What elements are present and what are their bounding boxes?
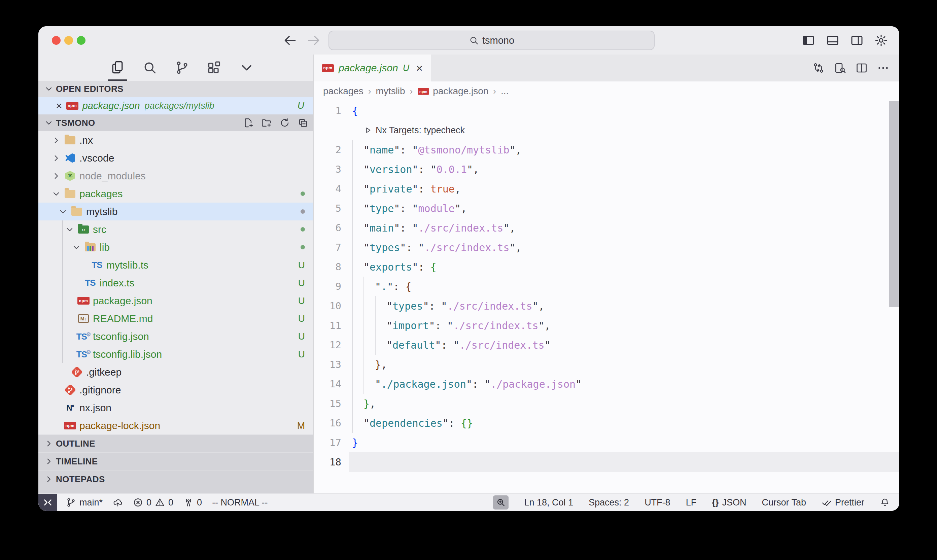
- open-editor-item[interactable]: × npm package.json packages/mytslib U: [38, 97, 313, 114]
- status-vim-mode[interactable]: -- NORMAL --: [212, 494, 268, 511]
- status-text: 0: [168, 497, 173, 508]
- tree-item-node_modules[interactable]: JSnode_modules: [38, 167, 313, 185]
- status-language-mode[interactable]: {}JSON: [712, 494, 746, 511]
- code-line-10[interactable]: 10"types": "./src/index.ts",: [314, 296, 899, 316]
- breadcrumb-item-package-json[interactable]: npmpackage.json: [417, 86, 488, 97]
- minimize-window-button[interactable]: [64, 36, 73, 45]
- status-encoding[interactable]: UTF-8: [645, 494, 671, 511]
- line-number: 13: [314, 359, 349, 370]
- code-line-15[interactable]: 15},: [314, 394, 899, 413]
- tab-package-json[interactable]: npm package.json U ×: [314, 54, 431, 82]
- code-line-6[interactable]: 6"main": "./src/index.ts",: [314, 218, 899, 238]
- status-zoom-indicator[interactable]: [493, 495, 509, 509]
- code-editor[interactable]: 1{Nx Targets: typecheck2"name": "@tsmono…: [314, 101, 899, 493]
- tree-item-tsconfig.lib.json[interactable]: TS⚙tsconfig.lib.jsonU: [38, 345, 313, 363]
- breadcrumb-item-packages[interactable]: packages: [323, 86, 363, 97]
- tree-item-mytslib[interactable]: mytslib: [38, 203, 313, 220]
- activity-item-search[interactable]: [140, 54, 160, 81]
- activity-item-extensions[interactable]: [205, 54, 224, 81]
- toggle-panel-icon[interactable]: [826, 34, 839, 47]
- code-line-1[interactable]: 1{: [314, 101, 899, 120]
- toggle-primary-sidebar-icon[interactable]: [802, 34, 815, 47]
- tree-item-index.ts[interactable]: TSindex.tsU: [38, 274, 313, 292]
- code-line-9[interactable]: 9".": {: [314, 277, 899, 296]
- codelens[interactable]: Nx Targets: typecheck: [349, 120, 899, 140]
- tree-item-lib[interactable]: lib: [38, 238, 313, 256]
- code-line-17[interactable]: 17}: [314, 433, 899, 452]
- split-editor-icon[interactable]: [855, 62, 868, 74]
- tree-item-nx.json[interactable]: N˟nx.json: [38, 399, 313, 417]
- code-line-12[interactable]: 12"default": "./src/index.ts": [314, 335, 899, 355]
- code-line-8[interactable]: 8"exports": {: [314, 257, 899, 277]
- breadcrumb-item--[interactable]: ...: [501, 86, 509, 97]
- code-line-4[interactable]: 4"private": true,: [314, 179, 899, 198]
- line-content: },: [349, 355, 899, 374]
- code-line-3[interactable]: 3"version": "0.0.1",: [314, 160, 899, 179]
- open-changes-icon[interactable]: [812, 62, 825, 74]
- tree-item-.vscode[interactable]: .vscode: [38, 149, 313, 167]
- code-line-7[interactable]: 7"types": "./src/index.ts",: [314, 238, 899, 257]
- toggle-secondary-sidebar-icon[interactable]: [850, 34, 864, 47]
- activity-item-explorer[interactable]: [108, 54, 127, 81]
- status-indentation[interactable]: Spaces: 2: [589, 494, 629, 511]
- code-line-5[interactable]: 5"type": "module",: [314, 198, 899, 218]
- command-center-search[interactable]: tsmono: [328, 31, 655, 50]
- activity-item-source-control[interactable]: [172, 54, 192, 81]
- status-git-branch[interactable]: main*: [66, 494, 103, 511]
- code-line-13[interactable]: 13},: [314, 355, 899, 374]
- status-eol[interactable]: LF: [686, 494, 697, 511]
- tree-item-tsconfig.json[interactable]: TS⚙tsconfig.jsonU: [38, 328, 313, 345]
- status-notifications[interactable]: [880, 494, 890, 511]
- tab-label: package.json: [338, 62, 398, 74]
- token: .: [381, 281, 387, 292]
- tree-item-.gitignore[interactable]: .gitignore: [38, 381, 313, 399]
- collapse-all-icon[interactable]: [297, 117, 308, 128]
- tree-item-mytslib.ts[interactable]: TSmytslib.tsU: [38, 256, 313, 274]
- maximize-window-button[interactable]: [77, 36, 86, 45]
- codelens-label: Nx Targets: typecheck: [375, 125, 465, 135]
- tree-item-label: README.md: [93, 313, 153, 325]
- refresh-icon[interactable]: [279, 117, 290, 128]
- code-line-18[interactable]: 18: [314, 452, 899, 472]
- scrollbar-thumb[interactable]: [889, 101, 899, 307]
- status-problems[interactable]: 00: [133, 494, 173, 511]
- sidebar-section-notepads[interactable]: NOTEPADS: [38, 470, 313, 488]
- new-file-icon[interactable]: [243, 117, 254, 128]
- open-editors-header[interactable]: OPEN EDITORS: [38, 81, 313, 97]
- tree-item-.gitkeep[interactable]: .gitkeep: [38, 363, 313, 381]
- breadcrumb-item-mytslib[interactable]: mytslib: [376, 86, 405, 97]
- code-line-2[interactable]: 2"name": "@tsmono/mytslib",: [314, 140, 899, 160]
- open-preview-icon[interactable]: [834, 62, 846, 74]
- close-window-button[interactable]: [52, 36, 61, 45]
- status-cursor-tab[interactable]: Cursor Tab: [762, 494, 806, 511]
- code-line-14[interactable]: 14"./package.json": "./package.json": [314, 374, 899, 394]
- activity-item-more-views[interactable]: [237, 54, 257, 81]
- back-button[interactable]: [283, 33, 297, 48]
- sidebar-section-timeline[interactable]: TIMELINE: [38, 452, 313, 470]
- tree-item-package.json[interactable]: npmpackage.jsonU: [38, 292, 313, 309]
- code-line-11[interactable]: 11"import": "./src/index.ts",: [314, 316, 899, 335]
- more-actions-icon[interactable]: [877, 62, 889, 74]
- status-formatter[interactable]: Prettier: [822, 494, 864, 511]
- folder-icon: [64, 135, 76, 146]
- tree-item-README.md[interactable]: M↓README.mdU: [38, 309, 313, 328]
- status-remote-indicator[interactable]: [38, 494, 57, 511]
- git-status-badge: U: [298, 331, 305, 342]
- close-editor-icon[interactable]: ×: [56, 100, 62, 111]
- tree-item-src[interactable]: ‹›src: [38, 220, 313, 238]
- forward-button[interactable]: [306, 33, 321, 48]
- explorer-section-header[interactable]: TSMONO: [38, 114, 313, 131]
- status-ports[interactable]: 0: [183, 494, 202, 511]
- status-publish-sync[interactable]: [113, 494, 123, 511]
- code-line-16[interactable]: 16"dependencies": {}: [314, 413, 899, 433]
- indent-guide: [352, 316, 363, 335]
- status-cursor-position[interactable]: Ln 18, Col 1: [524, 494, 573, 511]
- sidebar-section-outline[interactable]: OUTLINE: [38, 434, 313, 452]
- settings-gear-icon[interactable]: [874, 34, 888, 47]
- tree-item-packages[interactable]: packages: [38, 185, 313, 203]
- new-folder-icon[interactable]: [261, 117, 272, 128]
- tab-close-icon[interactable]: ×: [416, 62, 423, 74]
- git-status-badge: M: [297, 420, 305, 431]
- tree-item-package-lock.json[interactable]: npmpackage-lock.jsonM: [38, 417, 313, 434]
- tree-item-.nx[interactable]: .nx: [38, 131, 313, 149]
